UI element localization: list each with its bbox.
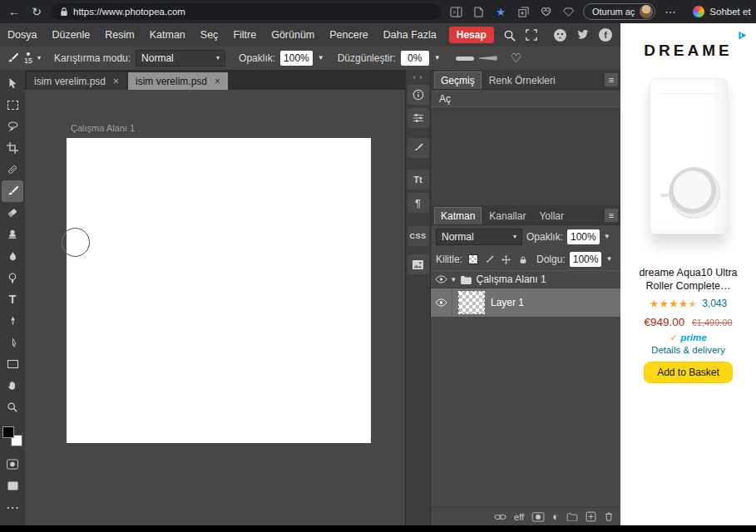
layers-opacity-input[interactable]: 100%	[567, 229, 600, 244]
menu-pencere[interactable]: Pencere	[322, 23, 376, 47]
visibility-eye-icon[interactable]	[431, 288, 452, 317]
smoothing-input[interactable]: 0%	[401, 51, 429, 66]
opacity-input[interactable]: 100%	[280, 51, 313, 66]
layer-row-selected[interactable]: Layer 1	[431, 288, 620, 317]
eraser-tool[interactable]	[2, 202, 23, 224]
tab-history[interactable]: Geçmiş	[434, 71, 482, 89]
ad-product-title[interactable]: dreame Aqua10 Ultra Roller Complete…	[631, 266, 745, 293]
photopea-mascot-icon[interactable]	[553, 28, 567, 42]
brush-tool-selected[interactable]	[2, 180, 23, 202]
split-screen-icon[interactable]	[448, 4, 463, 19]
layers-blend-select[interactable]: Normal ▾	[436, 229, 522, 245]
lock-pixels-icon[interactable]	[483, 254, 496, 266]
layer-thumbnail[interactable]	[459, 292, 484, 313]
pen-tool[interactable]	[2, 310, 23, 332]
healing-patch-tool[interactable]	[2, 159, 23, 180]
close-icon[interactable]: ×	[113, 76, 119, 87]
pressure-size-icon[interactable]	[456, 57, 474, 61]
zoom-tool[interactable]	[2, 397, 23, 418]
layer-group-row[interactable]: ▾ Çalışma Alanı 1	[431, 270, 620, 288]
info-panel-icon[interactable]	[408, 85, 429, 105]
menu-dosya[interactable]: Dosya	[0, 23, 44, 47]
account-button[interactable]: Hesap	[449, 27, 494, 43]
layer-effects-button[interactable]: eff	[514, 512, 524, 522]
add-to-basket-button[interactable]: Add to Basket	[644, 362, 733, 383]
rewards-icon[interactable]	[561, 4, 576, 19]
hand-tool[interactable]	[2, 375, 23, 397]
ad-rating[interactable]: ★★★★★ 3,043	[631, 298, 745, 310]
brush-tool-icon[interactable]	[7, 52, 19, 65]
tab-layers[interactable]: Katman	[434, 207, 482, 224]
toolbar-more-icon[interactable]: ⋯	[2, 496, 23, 518]
ad-card[interactable]: DREAME dreame Aqua10 Ultra Roller Comple…	[631, 42, 745, 383]
glyphs-panel-icon[interactable]: Tt	[408, 170, 429, 190]
facebook-icon[interactable]: f	[599, 28, 612, 42]
path-select-tool[interactable]	[2, 332, 23, 353]
ad-rating-count[interactable]: 3,043	[702, 298, 727, 309]
new-group-icon[interactable]	[566, 513, 578, 521]
fullscreen-icon[interactable]	[521, 29, 542, 41]
ad-delivery-link[interactable]: Details & delivery	[631, 345, 745, 355]
color-swatches[interactable]	[2, 426, 22, 446]
foreground-color-swatch[interactable]	[2, 426, 14, 438]
panel-menu-icon[interactable]: ≡	[605, 209, 618, 222]
tab-paths[interactable]: Yollar	[533, 208, 570, 224]
quick-mask-button[interactable]	[2, 453, 23, 475]
browser-essentials-icon[interactable]	[538, 4, 553, 19]
add-mask-icon[interactable]	[531, 512, 545, 522]
history-item-open[interactable]: Aç	[431, 90, 620, 108]
favorite-heart-icon[interactable]: ♡	[511, 51, 521, 66]
reading-mode-icon[interactable]	[471, 4, 486, 19]
lasso-tool[interactable]	[2, 116, 23, 137]
refresh-button[interactable]: ↻	[29, 4, 44, 19]
document-tab-1[interactable]: isim verelim.psd ×	[27, 72, 126, 90]
adjustments-panel-icon[interactable]	[408, 108, 429, 128]
lock-all-icon[interactable]	[516, 254, 529, 266]
dodge-tool[interactable]	[2, 267, 23, 288]
fill-input[interactable]: 100%	[570, 252, 602, 267]
link-layers-icon[interactable]	[494, 514, 506, 520]
brush-size-preview[interactable]: 15	[24, 52, 32, 65]
shape-rectangle-tool[interactable]	[2, 353, 23, 375]
visibility-eye-icon[interactable]	[435, 275, 447, 283]
menu-resim[interactable]: Resim	[97, 23, 141, 47]
twitter-icon[interactable]	[576, 30, 590, 41]
document-tab-2[interactable]: isim verelim.psd ×	[128, 72, 228, 90]
css-panel-icon[interactable]: CSS	[408, 226, 429, 246]
paragraph-panel-icon[interactable]: ¶	[408, 193, 429, 213]
brush-settings-panel-icon[interactable]	[408, 138, 429, 158]
pressure-opacity-icon[interactable]	[479, 56, 497, 62]
fill-dropdown-icon[interactable]: ▼	[605, 256, 612, 263]
menu-sec[interactable]: Seç	[193, 23, 226, 47]
lock-position-icon[interactable]	[500, 254, 512, 266]
opacity-dropdown-icon[interactable]: ▼	[318, 55, 324, 62]
blend-mode-select[interactable]: Normal ▾	[136, 50, 225, 66]
new-layer-icon[interactable]	[586, 511, 596, 522]
menu-gorunum[interactable]: Görünüm	[264, 23, 322, 47]
signin-button[interactable]: Oturum aç	[583, 3, 655, 20]
menu-duzenle[interactable]: Düzenle	[44, 23, 97, 47]
type-tool[interactable]: T	[2, 288, 23, 310]
image-panel-icon[interactable]	[408, 254, 429, 274]
tab-channels[interactable]: Kanallar	[483, 208, 531, 224]
search-icon[interactable]	[499, 29, 521, 42]
collapse-panels-icon[interactable]: ‹ ›	[413, 73, 423, 81]
collections-icon[interactable]	[516, 4, 531, 19]
menu-filtre[interactable]: Filtre	[225, 23, 264, 47]
smoothing-dropdown-icon[interactable]: ▼	[434, 55, 441, 62]
address-bar[interactable]: https://www.photopea.com	[52, 3, 441, 20]
ad-product-image[interactable]	[631, 70, 745, 263]
expand-triangle-icon[interactable]: ▾	[452, 275, 456, 283]
clone-stamp-tool[interactable]	[2, 224, 23, 245]
close-icon[interactable]: ×	[215, 76, 220, 87]
chat-button[interactable]: Sohbet et	[693, 6, 750, 17]
menu-katman[interactable]: Katman	[142, 23, 193, 47]
adjustment-layer-icon[interactable]: ◐	[552, 510, 559, 523]
favorite-star-icon[interactable]: ★	[493, 4, 508, 19]
panel-menu-icon[interactable]: ≡	[605, 73, 618, 86]
crop-tool[interactable]	[2, 137, 23, 159]
screen-mode-button[interactable]	[2, 475, 23, 496]
marquee-select-tool[interactable]	[2, 94, 23, 116]
back-button[interactable]: ←	[7, 4, 22, 19]
menu-daha-fazla[interactable]: Daha Fazla	[376, 23, 444, 47]
